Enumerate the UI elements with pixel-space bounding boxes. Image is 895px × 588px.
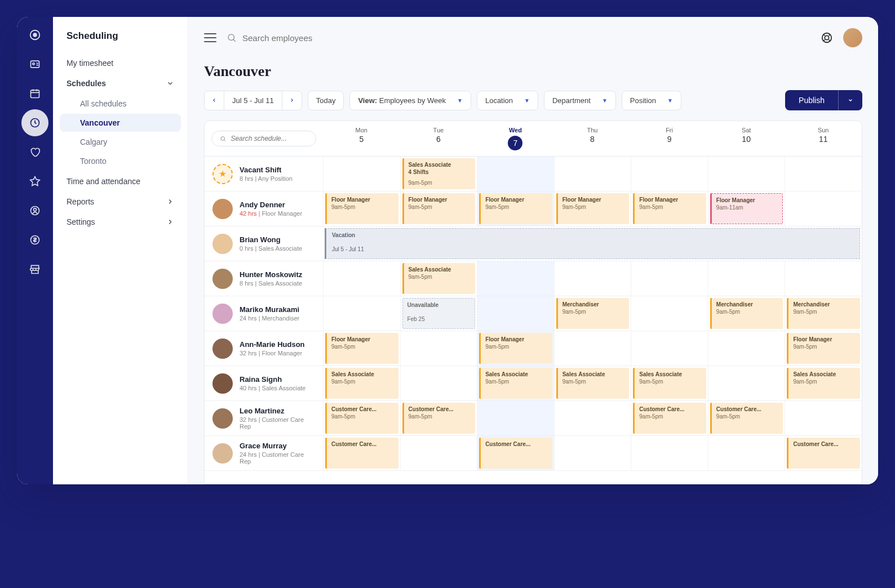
person-search-icon[interactable] <box>28 204 42 217</box>
shift-block[interactable]: Customer Care... <box>479 438 552 469</box>
employee-cell[interactable]: Mariko Murakami 24 hrs | Merchandiser <box>205 296 323 331</box>
schedule-cell[interactable] <box>631 157 708 191</box>
shift-block[interactable]: Sales Associate9am-5pm <box>479 368 552 399</box>
day-header[interactable]: Wed7 <box>477 121 554 156</box>
schedule-cell[interactable] <box>323 261 400 296</box>
schedule-cell[interactable] <box>554 331 631 366</box>
schedule-cell[interactable] <box>708 436 785 470</box>
shift-block[interactable]: Merchandiser9am-5pm <box>787 298 860 329</box>
schedule-cell[interactable]: Floor Manager9am-5pm <box>477 331 554 366</box>
dollar-icon[interactable] <box>28 233 42 247</box>
clock-icon[interactable] <box>28 116 42 130</box>
employee-cell[interactable]: ★ Vacant Shift 8 hrs | Any Position <box>205 157 323 191</box>
shift-block[interactable]: Floor Manager9am-5pm <box>479 333 552 364</box>
schedule-cell[interactable]: UnavailableFeb 25 <box>400 296 477 331</box>
user-avatar[interactable] <box>843 28 862 47</box>
next-week-button[interactable] <box>282 91 302 110</box>
schedule-cell[interactable] <box>554 436 631 470</box>
heart-icon[interactable] <box>28 145 42 159</box>
prev-week-button[interactable] <box>205 91 224 110</box>
schedule-cell[interactable]: Sales Associate9am-5pm <box>400 261 477 296</box>
shift-block[interactable]: Customer Care... <box>787 438 860 469</box>
shift-block[interactable]: Floor Manager9am-5pm <box>325 333 398 364</box>
day-header[interactable]: Fri9 <box>631 121 708 156</box>
schedule-cell[interactable] <box>477 261 554 296</box>
schedule-cell[interactable]: Sales Associate4 Shifts9am-5pm <box>400 157 477 191</box>
day-header[interactable]: Mon5 <box>323 121 400 156</box>
schedule-cell[interactable]: Floor Manager9am-5pm <box>323 191 400 226</box>
menu-toggle-icon[interactable] <box>204 33 216 42</box>
day-header[interactable]: Tue6 <box>400 121 477 156</box>
shift-block[interactable]: Sales Associate9am-5pm <box>556 368 630 399</box>
date-range-label[interactable]: Jul 5 - Jul 11 <box>224 91 282 110</box>
logo-icon[interactable] <box>28 28 42 42</box>
id-card-icon[interactable] <box>28 57 42 71</box>
store-icon[interactable] <box>28 262 42 276</box>
shift-block[interactable]: Floor Manager9am-5pm <box>556 193 630 224</box>
schedule-cell[interactable] <box>323 296 400 331</box>
employee-cell[interactable]: Raina Signh 40 hrs | Sales Associate <box>205 366 323 400</box>
publish-dropdown-button[interactable] <box>838 90 862 110</box>
nav-schedules[interactable]: Schedules <box>53 73 188 93</box>
schedule-cell[interactable]: Customer Care... <box>477 436 554 470</box>
schedule-cell[interactable] <box>631 261 708 296</box>
schedule-cell[interactable] <box>708 261 785 296</box>
schedule-cell[interactable] <box>400 436 477 470</box>
shift-block[interactable]: Floor Manager9am-5pm <box>633 193 706 224</box>
help-icon[interactable] <box>821 32 833 44</box>
shift-block[interactable]: Merchandiser9am-5pm <box>710 298 783 329</box>
schedule-cell[interactable]: Sales Associate9am-5pm <box>554 366 631 400</box>
schedule-cell[interactable] <box>631 296 708 331</box>
shift-block[interactable]: Customer Care...9am-5pm <box>710 403 783 434</box>
employee-cell[interactable]: Brian Wong 0 hrs | Sales Associate <box>205 226 323 261</box>
employee-cell[interactable]: Andy Denner 42 hrs | Floor Manager <box>205 191 323 226</box>
schedule-cell[interactable] <box>554 157 631 191</box>
nav-reports[interactable]: Reports <box>53 191 188 212</box>
view-dropdown[interactable]: View: Employees by Week ▼ <box>349 91 471 110</box>
shift-block[interactable]: Customer Care...9am-5pm <box>325 403 398 434</box>
schedule-cell[interactable] <box>400 331 477 366</box>
schedule-cell[interactable]: Customer Care...9am-5pm <box>631 401 708 435</box>
location-filter[interactable]: Location▼ <box>477 91 538 110</box>
schedule-cell[interactable]: Floor Manager9am-5pm <box>631 191 708 226</box>
nav-time-attendance[interactable]: Time and attendance <box>53 171 188 191</box>
schedule-cell[interactable]: Customer Care... <box>323 436 400 470</box>
shift-block[interactable]: Sales Associate4 Shifts9am-5pm <box>402 158 476 189</box>
day-header[interactable]: Sat10 <box>708 121 785 156</box>
schedule-cell[interactable] <box>631 331 708 366</box>
schedule-cell[interactable]: Sales Associate9am-5pm <box>631 366 708 400</box>
shift-block[interactable]: Merchandiser9am-5pm <box>556 298 630 329</box>
schedule-cell[interactable]: Floor Manager9am-5pm <box>400 191 477 226</box>
nav-vancouver[interactable]: Vancouver <box>60 114 181 132</box>
schedule-cell[interactable]: Merchandiser9am-5pm <box>785 296 862 331</box>
schedule-cell[interactable] <box>323 157 400 191</box>
nav-all-schedules[interactable]: All schedules <box>60 95 181 113</box>
employee-cell[interactable]: Ann-Marie Hudson 32 hrs | Floor Manager <box>205 331 323 366</box>
schedule-cell[interactable]: Customer Care... <box>785 436 862 470</box>
unavailable-block[interactable]: UnavailableFeb 25 <box>402 298 476 329</box>
schedule-cell[interactable]: Floor Manager9am-5pm <box>477 191 554 226</box>
schedule-cell[interactable] <box>477 401 554 435</box>
shift-block[interactable]: Customer Care...9am-5pm <box>402 403 476 434</box>
schedule-cell[interactable]: Customer Care...9am-5pm <box>708 401 785 435</box>
employee-cell[interactable]: Leo Martinez 32 hrs | Customer Care Rep <box>205 401 323 435</box>
search-employees-input[interactable] <box>242 33 411 43</box>
nav-calgary[interactable]: Calgary <box>60 133 181 151</box>
schedule-cell[interactable] <box>554 401 631 435</box>
schedule-cell[interactable]: Floor Manager9am-5pm <box>785 331 862 366</box>
schedule-cell[interactable] <box>785 261 862 296</box>
calendar-icon[interactable] <box>28 87 42 100</box>
day-header[interactable]: Thu8 <box>554 121 631 156</box>
position-filter[interactable]: Position▼ <box>622 91 681 110</box>
shift-block[interactable]: Sales Associate9am-5pm <box>633 368 706 399</box>
schedule-cell[interactable]: Merchandiser9am-5pm <box>708 296 785 331</box>
schedule-cell[interactable] <box>400 366 477 400</box>
employee-cell[interactable]: Grace Murray 24 hrs | Customer Care Rep <box>205 436 323 470</box>
shift-block[interactable]: Customer Care... <box>325 438 398 469</box>
day-header[interactable]: Sun11 <box>785 121 862 156</box>
shift-block[interactable]: Floor Manager9am-5pm <box>325 193 398 224</box>
schedule-cell[interactable] <box>708 366 785 400</box>
shift-block[interactable]: Floor Manager9am-5pm <box>479 193 552 224</box>
nav-my-timesheet[interactable]: My timesheet <box>53 53 188 73</box>
shift-block[interactable]: Floor Manager9am-11am <box>710 193 783 224</box>
